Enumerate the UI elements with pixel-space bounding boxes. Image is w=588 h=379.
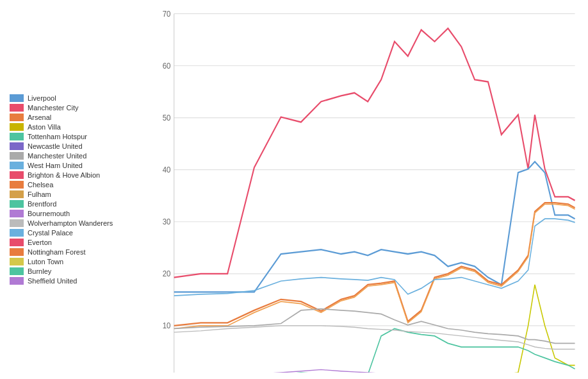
legend-color-swatch <box>10 152 24 160</box>
legend-color-swatch <box>10 267 24 275</box>
main-container: LiverpoolManchester CityArsenalAston Vil… <box>0 0 588 379</box>
legend-item-manchester-city: Manchester City <box>10 104 147 112</box>
legend-item-chelsea: Chelsea <box>10 181 147 189</box>
legend-color-swatch <box>10 104 24 112</box>
legend-item-aston-villa: Aston Villa <box>10 123 147 131</box>
chart-svg: 70 60 50 40 30 20 10 0 <box>147 6 582 373</box>
legend-item-crystal-palace: Crystal Palace <box>10 229 147 237</box>
legend-label-text: Manchester United <box>28 152 86 160</box>
legend-label-text: Liverpool <box>28 94 56 102</box>
svg-text:60: 60 <box>163 62 171 71</box>
legend-color-swatch <box>10 248 24 256</box>
legend-label-text: Wolverhampton Wanderers <box>28 219 113 227</box>
legend-item-nottingham-forest: Nottingham Forest <box>10 248 147 256</box>
legend-item-brentford: Brentford <box>10 200 147 208</box>
legend-label-text: Bournemouth <box>28 210 70 217</box>
legend-label-text: Newcastle United <box>28 142 83 150</box>
legend-label-text: Tottenham Hotspur <box>28 133 87 140</box>
legend-item-tottenham-hotspur: Tottenham Hotspur <box>10 133 147 140</box>
legend-label-text: Crystal Palace <box>28 229 73 237</box>
legend-item-liverpool: Liverpool <box>10 94 147 102</box>
chart-area: 70 60 50 40 30 20 10 0 <box>147 6 582 373</box>
svg-text:30: 30 <box>163 217 171 227</box>
legend-color-swatch <box>10 239 24 246</box>
line-arsenal <box>174 203 575 326</box>
legend-item-newcastle-united: Newcastle United <box>10 142 147 150</box>
legend-label-text: Aston Villa <box>28 123 61 131</box>
legend-item-luton-town: Luton Town <box>10 258 147 265</box>
svg-text:70: 70 <box>163 10 171 19</box>
svg-text:50: 50 <box>163 114 171 123</box>
line-bournemouth <box>174 369 575 373</box>
legend-item-wolverhampton-wanderers: Wolverhampton Wanderers <box>10 219 147 227</box>
legend-label-text: Manchester City <box>28 104 78 112</box>
legend-color-swatch <box>10 200 24 208</box>
legend-color-swatch <box>10 171 24 179</box>
legend-label-text: Fulham <box>28 190 51 198</box>
legend-item-manchester-united: Manchester United <box>10 152 147 160</box>
legend-color-swatch <box>10 142 24 150</box>
svg-text:40: 40 <box>163 165 171 175</box>
legend-label-text: Luton Town <box>28 258 63 265</box>
legend-label-text: Burnley <box>28 267 51 275</box>
legend-color-swatch <box>10 94 24 102</box>
legend-color-swatch <box>10 133 24 140</box>
legend-label-text: Brighton & Hove Albion <box>28 171 100 179</box>
legend-color-swatch <box>10 277 24 285</box>
legend-color-swatch <box>10 258 24 265</box>
legend-item-west-ham-united: West Ham United <box>10 162 147 169</box>
legend-item-burnley: Burnley <box>10 267 147 275</box>
legend-item-everton: Everton <box>10 239 147 246</box>
legend-label-text: Arsenal <box>28 114 51 121</box>
legend-color-swatch <box>10 210 24 217</box>
legend-color-swatch <box>10 219 24 227</box>
legend-color-swatch <box>10 229 24 237</box>
line-wolves <box>174 326 575 350</box>
legend-item-bournemouth: Bournemouth <box>10 210 147 217</box>
legend-item-brighton-&-hove-albion: Brighton & Hove Albion <box>10 171 147 179</box>
legend-label-text: Sheffield United <box>28 277 77 285</box>
legend-color-swatch <box>10 190 24 198</box>
legend-label-text: Brentford <box>28 200 56 208</box>
legend-color-swatch <box>10 114 24 121</box>
legend-label-text: Chelsea <box>28 181 53 189</box>
legend-label-text: Everton <box>28 239 52 246</box>
legend-item-sheffield-united: Sheffield United <box>10 277 147 285</box>
chart-svg-container: 70 60 50 40 30 20 10 0 <box>147 6 582 373</box>
svg-text:10: 10 <box>163 321 171 331</box>
legend-color-swatch <box>10 181 24 189</box>
legend-label-text: Nottingham Forest <box>28 248 85 256</box>
line-chelsea <box>174 204 575 328</box>
legend-color-swatch <box>10 162 24 169</box>
svg-text:20: 20 <box>163 269 171 279</box>
legend-label-text: West Ham United <box>28 162 83 169</box>
legend-item-arsenal: Arsenal <box>10 114 147 121</box>
legend-color-swatch <box>10 123 24 131</box>
chart-legend: LiverpoolManchester CityArsenalAston Vil… <box>6 6 147 373</box>
legend-item-fulham: Fulham <box>10 190 147 198</box>
